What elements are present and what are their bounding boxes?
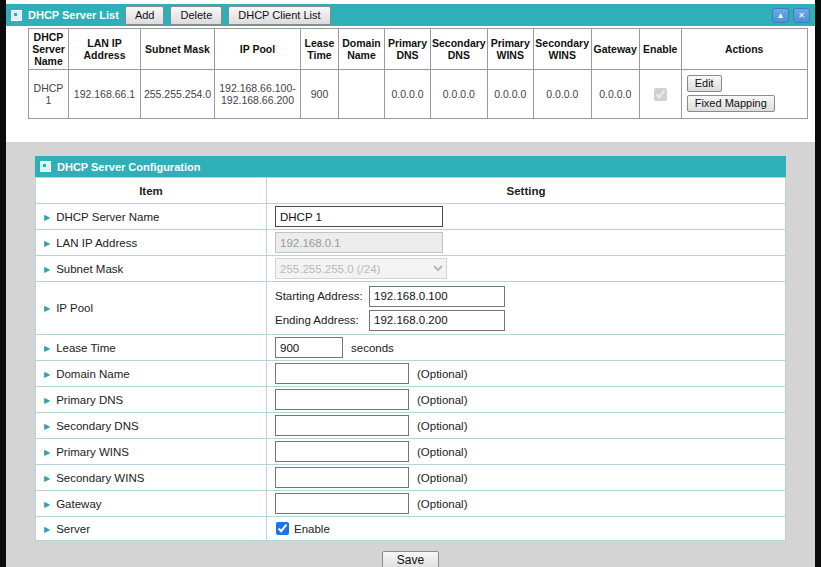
row-label: LAN IP Address — [56, 237, 137, 249]
edit-button[interactable]: Edit — [687, 75, 722, 92]
secondary-wins-input[interactable] — [275, 467, 409, 488]
col-primary-wins: Primary WINS — [487, 29, 533, 70]
lease-time-input[interactable] — [275, 337, 343, 358]
row-label: DHCP Server Name — [56, 211, 159, 223]
col-lease-time: Lease Time — [301, 29, 339, 70]
lease-time-unit: seconds — [351, 342, 394, 354]
window-icon — [11, 10, 22, 21]
row-arrow-icon: ▶ — [44, 500, 50, 509]
config-row-secondary-dns: ▶Secondary DNS (Optional) — [36, 413, 786, 439]
config-row-lan-ip-address: ▶LAN IP Address — [36, 230, 786, 256]
row-arrow-icon: ▶ — [44, 474, 50, 483]
dhcp-server-configuration-title: DHCP Server Configuration — [57, 161, 200, 173]
row-label: Server — [56, 523, 90, 535]
domain-name-input[interactable] — [275, 363, 409, 384]
gateway-input[interactable] — [275, 493, 409, 514]
cell-gateway: 0.0.0.0 — [591, 70, 639, 119]
cell-subnet-mask: 255.255.254.0 — [141, 70, 215, 119]
col-subnet-mask: Subnet Mask — [141, 29, 215, 70]
lower-region: DHCP Server Configuration Item Setting ▶… — [6, 142, 815, 567]
window-icon — [40, 161, 51, 172]
dhcp-server-configuration-header: DHCP Server Configuration — [35, 156, 786, 177]
row-label: Primary WINS — [56, 446, 129, 458]
dhcp-server-list-table: DHCP Server Name LAN IP Address Subnet M… — [28, 28, 808, 119]
cell-domain-name — [339, 70, 385, 119]
table-row: DHCP 1 192.168.66.1 255.255.254.0 192.16… — [29, 70, 808, 119]
row-enable-checkbox — [654, 88, 667, 101]
optional-hint: (Optional) — [417, 446, 468, 458]
row-label: Gateway — [56, 498, 101, 510]
row-label: Subnet Mask — [56, 263, 123, 275]
row-label: Secondary WINS — [56, 472, 144, 484]
col-primary-dns: Primary DNS — [385, 29, 431, 70]
row-arrow-icon: ▶ — [44, 448, 50, 457]
col-ip-pool: IP Pool — [215, 29, 301, 70]
delete-button[interactable]: Delete — [170, 6, 222, 25]
config-row-server: ▶Server Enable — [36, 517, 786, 541]
col-domain-name: Domain Name — [339, 29, 385, 70]
row-arrow-icon: ▶ — [44, 265, 50, 274]
secondary-dns-input[interactable] — [275, 415, 409, 436]
col-secondary-wins: Secondary WINS — [533, 29, 591, 70]
cell-primary-dns: 0.0.0.0 — [385, 70, 431, 119]
cell-secondary-wins: 0.0.0.0 — [533, 70, 591, 119]
cell-enable — [639, 70, 681, 119]
dhcp-client-list-button[interactable]: DHCP Client List — [228, 6, 330, 25]
ending-address-input[interactable] — [369, 310, 505, 331]
config-row-lease-time: ▶Lease Time seconds — [36, 335, 786, 361]
row-arrow-icon: ▶ — [44, 422, 50, 431]
configuration-table: Item Setting ▶DHCP Server Name ▶LAN IP A… — [35, 177, 786, 541]
fixed-mapping-button[interactable]: Fixed Mapping — [687, 95, 775, 112]
config-row-secondary-wins: ▶Secondary WINS (Optional) — [36, 465, 786, 491]
col-secondary-dns: Secondary DNS — [431, 29, 488, 70]
save-button[interactable]: Save — [382, 551, 439, 567]
col-item: Item — [36, 178, 267, 204]
cell-ip-pool: 192.168.66.100-192.168.66.200 — [215, 70, 301, 119]
config-row-domain-name: ▶Domain Name (Optional) — [36, 361, 786, 387]
primary-wins-input[interactable] — [275, 441, 409, 462]
config-row-subnet-mask: ▶Subnet Mask 255.255.255.0 (/24) — [36, 256, 786, 282]
save-row: Save — [6, 550, 815, 567]
dhcp-server-configuration-panel: DHCP Server Configuration Item Setting ▶… — [35, 156, 786, 541]
row-arrow-icon: ▶ — [44, 213, 50, 222]
row-arrow-icon: ▶ — [44, 370, 50, 379]
server-enable-checkbox[interactable] — [276, 522, 289, 535]
list-header-row: DHCP Server Name LAN IP Address Subnet M… — [29, 29, 808, 70]
page: DHCP Server List Add Delete DHCP Client … — [6, 0, 815, 567]
optional-hint: (Optional) — [417, 498, 468, 510]
add-button[interactable]: Add — [125, 6, 165, 25]
collapse-icon[interactable]: ▲ — [772, 8, 789, 23]
cell-actions: Edit Fixed Mapping — [681, 70, 807, 119]
optional-hint: (Optional) — [417, 368, 468, 380]
close-icon[interactable]: ✕ — [793, 8, 810, 23]
cell-primary-wins: 0.0.0.0 — [487, 70, 533, 119]
row-label: Domain Name — [56, 368, 130, 380]
starting-address-input[interactable] — [369, 286, 505, 307]
cell-lan-ip: 192.168.66.1 — [69, 70, 141, 119]
optional-hint: (Optional) — [417, 394, 468, 406]
col-enable: Enable — [639, 29, 681, 70]
lan-ip-address-input — [275, 232, 443, 253]
config-row-dhcp-server-name: ▶DHCP Server Name — [36, 204, 786, 230]
col-actions: Actions — [681, 29, 807, 70]
cell-name: DHCP 1 — [29, 70, 69, 119]
row-label: Lease Time — [56, 342, 115, 354]
dhcp-server-name-input[interactable] — [275, 206, 443, 227]
row-arrow-icon: ▶ — [44, 344, 50, 353]
row-label: Secondary DNS — [56, 420, 138, 432]
col-gateway: Gateway — [591, 29, 639, 70]
server-enable-label: Enable — [294, 523, 330, 535]
row-arrow-icon: ▶ — [44, 396, 50, 405]
row-arrow-icon: ▶ — [44, 239, 50, 248]
primary-dns-input[interactable] — [275, 389, 409, 410]
config-row-primary-wins: ▶Primary WINS (Optional) — [36, 439, 786, 465]
cell-secondary-dns: 0.0.0.0 — [431, 70, 488, 119]
dhcp-server-list-header: DHCP Server List Add Delete DHCP Client … — [6, 4, 815, 26]
config-header-row: Item Setting — [36, 178, 786, 204]
optional-hint: (Optional) — [417, 472, 468, 484]
optional-hint: (Optional) — [417, 420, 468, 432]
config-row-ip-pool: ▶IP Pool Starting Address: Ending Addres… — [36, 282, 786, 335]
row-label: Primary DNS — [56, 394, 123, 406]
cell-lease-time: 900 — [301, 70, 339, 119]
row-label: IP Pool — [56, 302, 93, 314]
